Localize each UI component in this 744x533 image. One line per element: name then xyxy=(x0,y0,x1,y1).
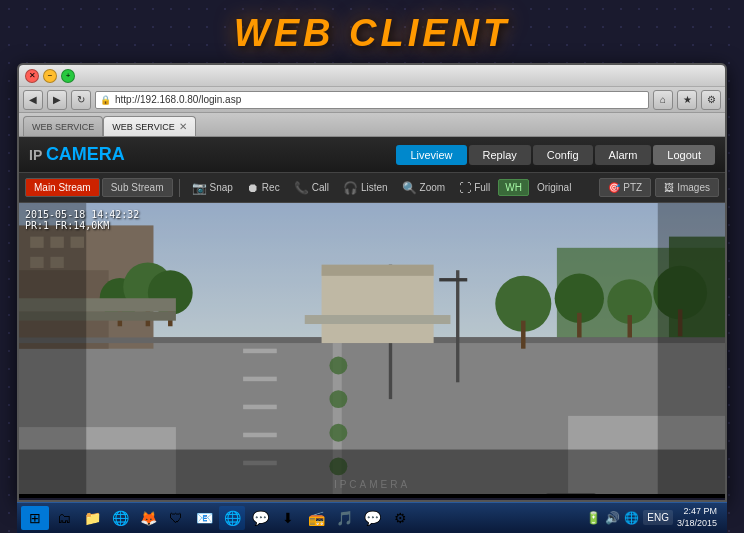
toolbar-sep-1 xyxy=(179,179,180,197)
snap-label: Snap xyxy=(210,182,233,193)
main-title: WEB CLIENT xyxy=(234,12,510,55)
app-header: IP CAMERA Liveview Replay Config Alarm L… xyxy=(19,137,725,173)
taskbar-icon-ie[interactable]: 🌐 xyxy=(219,506,245,530)
browser-nav: ◀ ▶ ↻ 🔒 http://192.168.0.80/login.asp ⌂ … xyxy=(19,87,725,113)
taskbar-icon-files[interactable]: 📁 xyxy=(79,506,105,530)
browser-window: ✕ − + ◀ ▶ ↻ 🔒 http://192.168.0.80/login.… xyxy=(17,63,727,502)
language-indicator[interactable]: ENG xyxy=(643,510,673,525)
app-logo: IP CAMERA xyxy=(29,144,125,165)
taskbar-icon-settings[interactable]: ⚙ xyxy=(387,506,413,530)
call-icon: 📞 xyxy=(294,181,309,195)
wh-btn[interactable]: WH xyxy=(498,179,529,196)
ptz-icon: 🎯 xyxy=(608,182,620,193)
tab-liveview[interactable]: Liveview xyxy=(396,145,466,165)
timestamp-text: 2015-05-18 14:42:32 xyxy=(25,209,139,220)
app-nav-tabs: Liveview Replay Config Alarm Logout xyxy=(396,145,715,165)
taskbar-icon-shield[interactable]: 🛡 xyxy=(163,506,189,530)
lock-icon: 🔒 xyxy=(100,95,111,105)
nav-back-btn[interactable]: ◀ xyxy=(23,90,43,110)
clock-time: 2:47 PM xyxy=(677,506,717,518)
zoom-btn[interactable]: 🔍 Zoom xyxy=(396,178,452,198)
images-btn[interactable]: 🖼 Images xyxy=(655,178,719,197)
tab-2-label: WEB SERVICE xyxy=(112,122,174,132)
taskbar-icon-chat[interactable]: 💬 xyxy=(247,506,273,530)
taskbar-icon-mail[interactable]: 📧 xyxy=(191,506,217,530)
nav-settings-btn[interactable]: ⚙ xyxy=(701,90,721,110)
zoom-icon: 🔍 xyxy=(402,181,417,195)
ptz-btn[interactable]: 🎯 PTZ xyxy=(599,178,651,197)
camera-view: 2015-05-18 14:42:32 PR:1 FR:14,0KM IPCAM… xyxy=(19,203,725,498)
tab-logout[interactable]: Logout xyxy=(653,145,715,165)
images-icon: 🖼 xyxy=(664,182,674,193)
nav-home-btn[interactable]: ⌂ xyxy=(653,90,673,110)
main-stream-btn[interactable]: Main Stream xyxy=(25,178,100,197)
listen-label: Listen xyxy=(361,182,388,193)
nav-star-btn[interactable]: ★ xyxy=(677,90,697,110)
app-content: IP CAMERA Liveview Replay Config Alarm L… xyxy=(19,137,725,498)
win-min-btn[interactable]: − xyxy=(43,69,57,83)
images-label: Images xyxy=(677,182,710,193)
browser-titlebar: ✕ − + xyxy=(19,65,725,87)
system-clock[interactable]: 2:47 PM 3/18/2015 xyxy=(677,506,717,529)
tab-1-label: WEB SERVICE xyxy=(32,122,94,132)
nav-forward-btn[interactable]: ▶ xyxy=(47,90,67,110)
camera-watermark: IPCAMERA xyxy=(334,479,410,490)
tab-config[interactable]: Config xyxy=(533,145,593,165)
listen-icon: 🎧 xyxy=(343,181,358,195)
original-btn[interactable]: Original xyxy=(531,179,577,196)
logo-main: CAMERA xyxy=(46,144,125,164)
browser-tabs-bar: WEB SERVICE WEB SERVICE ✕ xyxy=(19,113,725,137)
system-tray: 🔋 🔊 🌐 ENG 2:47 PM 3/18/2015 xyxy=(580,506,723,529)
tray-icon-battery[interactable]: 🔋 xyxy=(586,511,601,525)
browser-tab-1[interactable]: WEB SERVICE xyxy=(23,116,103,136)
call-label: Call xyxy=(312,182,329,193)
right-tools: 🎯 PTZ 🖼 Images xyxy=(599,178,719,197)
rec-btn[interactable]: ⏺ Rec xyxy=(241,178,286,198)
toolbar: Main Stream Sub Stream 📷 Snap ⏺ Rec 📞 Ca… xyxy=(19,173,725,203)
rec-label: Rec xyxy=(262,182,280,193)
nav-refresh-btn[interactable]: ↻ xyxy=(71,90,91,110)
taskbar-icon-folder[interactable]: 🗂 xyxy=(51,506,77,530)
full-label: Full xyxy=(474,182,490,193)
win-close-btn[interactable]: ✕ xyxy=(25,69,39,83)
taskbar-icon-firefox[interactable]: 🦊 xyxy=(135,506,161,530)
start-icon: ⊞ xyxy=(29,510,41,526)
taskbar-icon-download[interactable]: ⬇ xyxy=(275,506,301,530)
rec-icon: ⏺ xyxy=(247,181,259,195)
taskbar: ⊞ 🗂 📁 🌐 🦊 🛡 📧 🌐 💬 ⬇ 📻 🎵 💬 ⚙ 🔋 🔊 🌐 ENG 2:… xyxy=(17,502,727,533)
tab-2-close[interactable]: ✕ xyxy=(179,121,187,132)
sub-stream-btn[interactable]: Sub Stream xyxy=(102,178,173,197)
taskbar-icon-media[interactable]: 📻 xyxy=(303,506,329,530)
snap-icon: 📷 xyxy=(192,181,207,195)
call-btn[interactable]: 📞 Call xyxy=(288,178,335,198)
tab-alarm[interactable]: Alarm xyxy=(595,145,652,165)
tab-replay[interactable]: Replay xyxy=(469,145,531,165)
full-btn[interactable]: ⛶ Full xyxy=(453,178,496,198)
clock-date: 3/18/2015 xyxy=(677,518,717,530)
browser-tab-2[interactable]: WEB SERVICE ✕ xyxy=(103,116,195,136)
win-max-btn[interactable]: + xyxy=(61,69,75,83)
taskbar-icon-music[interactable]: 🎵 xyxy=(331,506,357,530)
address-bar[interactable]: 🔒 http://192.168.0.80/login.asp xyxy=(95,91,649,109)
tray-icon-network[interactable]: 🌐 xyxy=(624,511,639,525)
camera-feed-svg xyxy=(19,203,725,494)
snap-btn[interactable]: 📷 Snap xyxy=(186,178,239,198)
url-text: http://192.168.0.80/login.asp xyxy=(115,94,241,105)
logo-prefix: IP xyxy=(29,147,46,163)
timestamp: 2015-05-18 14:42:32 PR:1 FR:14,0KM xyxy=(25,209,139,231)
ptz-label: PTZ xyxy=(623,182,642,193)
taskbar-icon-browser[interactable]: 🌐 xyxy=(107,506,133,530)
start-button[interactable]: ⊞ xyxy=(21,506,49,530)
listen-btn[interactable]: 🎧 Listen xyxy=(337,178,394,198)
wh-label: WH xyxy=(505,182,522,193)
taskbar-icon-msg[interactable]: 💬 xyxy=(359,506,385,530)
full-icon: ⛶ xyxy=(459,181,471,195)
camera-info-text: PR:1 FR:14,0KM xyxy=(25,220,139,231)
zoom-label: Zoom xyxy=(420,182,446,193)
tray-icon-volume[interactable]: 🔊 xyxy=(605,511,620,525)
original-label: Original xyxy=(537,182,571,193)
